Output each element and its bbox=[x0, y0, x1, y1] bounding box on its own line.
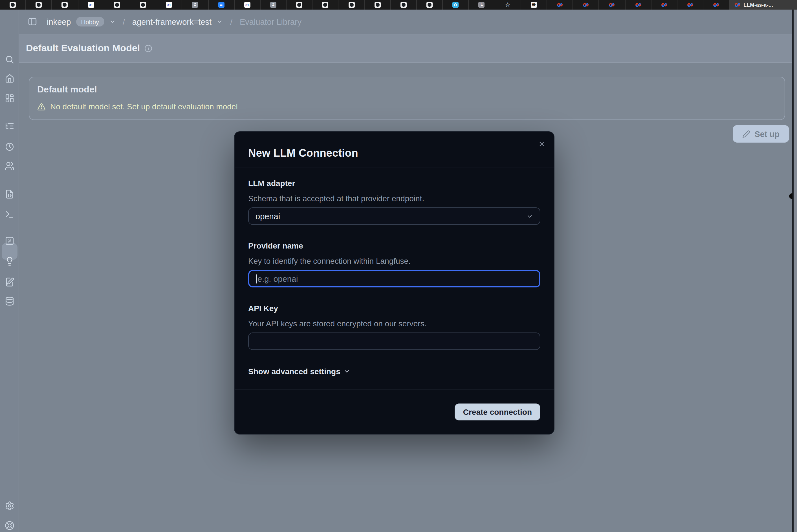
gcal-favicon-icon: 31 bbox=[244, 2, 250, 8]
langfuse-favicon-icon bbox=[557, 2, 563, 8]
adapter-label: LLM adapter bbox=[248, 179, 540, 187]
sidebar-item-settings[interactable] bbox=[4, 501, 14, 510]
support-icon bbox=[4, 520, 14, 530]
gcal-favicon-icon: 31 bbox=[88, 2, 94, 8]
search-icon bbox=[4, 54, 14, 64]
browser-tab[interactable] bbox=[52, 0, 78, 10]
breadcrumb-page: Evaluator Library bbox=[240, 17, 302, 26]
text-caret bbox=[256, 274, 257, 283]
sidebar-item-evaluators[interactable] bbox=[4, 256, 14, 266]
browser-tab-bar: 3131Z≡31ZL☆❋LLM-as-a-... bbox=[0, 0, 797, 10]
sidebar-item-support[interactable] bbox=[4, 520, 14, 530]
browser-tab[interactable] bbox=[0, 0, 26, 10]
close-button[interactable] bbox=[536, 138, 547, 149]
tracing-icon bbox=[4, 121, 14, 131]
sidebar-item-playground[interactable] bbox=[4, 209, 14, 219]
provider-name-description: Key to identify the connection within La… bbox=[248, 257, 540, 265]
show-advanced-settings-toggle[interactable]: Show advanced settings bbox=[248, 367, 350, 376]
chevron-down-icon[interactable] bbox=[109, 19, 115, 25]
langfuse-favicon-icon bbox=[735, 2, 741, 8]
langfuse-favicon-icon bbox=[635, 2, 641, 8]
scores-icon bbox=[4, 236, 14, 245]
lapp-favicon-icon: L bbox=[478, 2, 485, 8]
browser-tab[interactable] bbox=[651, 0, 677, 10]
card-title: Default model bbox=[37, 84, 777, 95]
breadcrumb-separator: / bbox=[121, 17, 127, 26]
sidebar-item-prompts[interactable] bbox=[4, 189, 14, 199]
browser-tab[interactable]: L bbox=[469, 0, 495, 10]
sidebar-item-dashboards[interactable] bbox=[4, 93, 14, 103]
sidebar-item-users[interactable] bbox=[4, 161, 14, 170]
screen: 3131Z≡31ZL☆❋LLM-as-a-... inkeep Hobby / … bbox=[0, 0, 797, 532]
browser-tab[interactable] bbox=[547, 0, 573, 10]
langfuse-favicon-icon bbox=[661, 2, 667, 8]
chevron-down-icon bbox=[344, 368, 350, 375]
sidebar-item-sessions[interactable] bbox=[4, 142, 14, 151]
chevron-down-icon[interactable] bbox=[217, 19, 223, 25]
plan-badge: Hobby bbox=[76, 17, 104, 26]
breadcrumb-project[interactable]: agent-framework=test bbox=[132, 17, 212, 26]
browser-tab[interactable]: 31 bbox=[234, 0, 260, 10]
sidebar-item-scores[interactable] bbox=[4, 236, 14, 245]
datasets-icon bbox=[4, 296, 14, 306]
browser-tab[interactable]: ☆ bbox=[495, 0, 521, 10]
chat-favicon-icon bbox=[453, 2, 459, 8]
langfuse-favicon-icon bbox=[687, 2, 693, 8]
sidebar-item-home[interactable] bbox=[4, 74, 14, 83]
browser-tab[interactable] bbox=[287, 0, 312, 10]
browser-tab[interactable]: 31 bbox=[156, 0, 182, 10]
browser-tab[interactable]: ❋ bbox=[521, 0, 547, 10]
sidebar-item-search[interactable] bbox=[4, 54, 14, 64]
sidebar bbox=[0, 10, 19, 532]
browser-tab[interactable]: 31 bbox=[78, 0, 104, 10]
warning-text: No default model set. Set up default eva… bbox=[50, 102, 238, 111]
api-key-input[interactable] bbox=[248, 332, 540, 350]
browser-tab[interactable] bbox=[104, 0, 130, 10]
annotations-icon bbox=[4, 277, 14, 287]
info-icon[interactable] bbox=[144, 44, 152, 52]
browser-tab[interactable] bbox=[313, 0, 339, 10]
adapter-description: Schema that is accepted at that provider… bbox=[248, 194, 540, 202]
browser-tab[interactable] bbox=[573, 0, 599, 10]
provider-name-input[interactable]: e.g. openai bbox=[248, 270, 540, 287]
home-icon bbox=[4, 74, 14, 83]
playground-icon bbox=[4, 209, 14, 219]
browser-tab[interactable]: Z bbox=[182, 0, 209, 10]
browser-tab[interactable] bbox=[365, 0, 391, 10]
browser-tab[interactable] bbox=[599, 0, 625, 10]
panel-left-icon[interactable] bbox=[28, 17, 37, 26]
sidebar-item-tracing[interactable] bbox=[4, 121, 14, 131]
browser-tab[interactable] bbox=[677, 0, 703, 10]
browser-tab[interactable]: Z bbox=[260, 0, 287, 10]
set-up-button[interactable]: Set up bbox=[732, 125, 789, 142]
page-header: Default Evaluation Model bbox=[19, 34, 797, 62]
browser-tab[interactable] bbox=[339, 0, 365, 10]
browser-tab[interactable] bbox=[391, 0, 417, 10]
browser-tab-active[interactable]: LLM-as-a-... bbox=[730, 0, 797, 10]
browser-tab[interactable] bbox=[130, 0, 156, 10]
github-favicon-icon bbox=[348, 2, 355, 8]
github-favicon-icon bbox=[374, 2, 380, 8]
gdocs-favicon-icon: ≡ bbox=[218, 2, 224, 8]
breadcrumb-org[interactable]: inkeep bbox=[47, 17, 71, 26]
adapter-selected-value: openai bbox=[255, 212, 280, 221]
browser-tab[interactable] bbox=[417, 0, 443, 10]
modal-body: LLM adapter Schema that is accepted at t… bbox=[235, 167, 554, 376]
sidebar-item-annotations[interactable] bbox=[4, 277, 14, 287]
evaluators-icon bbox=[4, 256, 14, 266]
browser-tab[interactable] bbox=[703, 0, 729, 10]
github-favicon-icon bbox=[114, 2, 120, 8]
browser-tab[interactable] bbox=[443, 0, 469, 10]
browser-tab[interactable] bbox=[625, 0, 651, 10]
users-icon bbox=[4, 161, 14, 170]
prompts-icon bbox=[4, 189, 14, 199]
api-key-description: Your API keys are stored encrypted on ou… bbox=[248, 320, 540, 327]
api-key-label: API Key bbox=[248, 304, 540, 312]
browser-tab[interactable] bbox=[26, 0, 52, 10]
sidebar-item-datasets[interactable] bbox=[4, 296, 14, 306]
create-connection-button[interactable]: Create connection bbox=[455, 403, 540, 420]
browser-tab[interactable]: ≡ bbox=[209, 0, 234, 10]
langfuse-favicon-icon bbox=[583, 2, 589, 8]
adapter-select[interactable]: openai bbox=[248, 207, 540, 225]
default-model-card: Default model No default model set. Set … bbox=[29, 77, 785, 120]
